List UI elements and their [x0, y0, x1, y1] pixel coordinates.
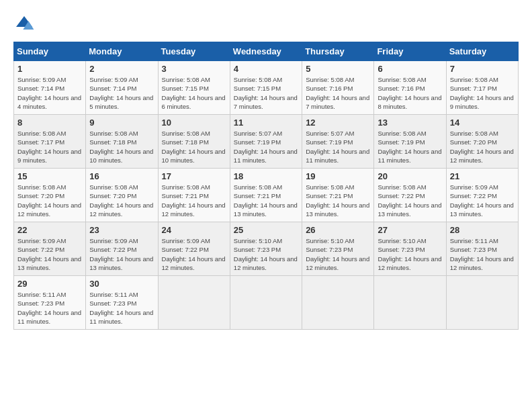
- calendar-cell: 15Sunrise: 5:08 AMSunset: 7:20 PMDayligh…: [14, 169, 86, 222]
- calendar-cell: 18Sunrise: 5:08 AMSunset: 7:21 PMDayligh…: [230, 169, 302, 222]
- day-info: Sunrise: 5:07 AMSunset: 7:19 PMDaylight:…: [234, 129, 298, 165]
- day-number: 14: [450, 118, 515, 128]
- day-info: Sunrise: 5:08 AMSunset: 7:18 PMDaylight:…: [162, 129, 226, 165]
- calendar-cell: 5Sunrise: 5:08 AMSunset: 7:16 PMDaylight…: [302, 61, 374, 115]
- day-number: 27: [378, 225, 442, 235]
- day-info: Sunrise: 5:08 AMSunset: 7:22 PMDaylight:…: [378, 183, 442, 218]
- day-info: Sunrise: 5:08 AMSunset: 7:19 PMDaylight:…: [378, 129, 442, 165]
- day-number: 8: [17, 118, 82, 128]
- calendar-cell: 29Sunrise: 5:11 AMSunset: 7:23 PMDayligh…: [14, 276, 86, 330]
- header-monday: Monday: [86, 42, 158, 61]
- day-info: Sunrise: 5:08 AMSunset: 7:16 PMDaylight:…: [378, 75, 442, 111]
- day-number: 28: [450, 225, 515, 235]
- day-info: Sunrise: 5:09 AMSunset: 7:22 PMDaylight:…: [89, 236, 154, 272]
- header-thursday: Thursday: [302, 42, 374, 61]
- day-number: 5: [306, 64, 370, 74]
- day-number: 9: [89, 118, 154, 128]
- day-number: 23: [89, 225, 154, 235]
- calendar-cell: [230, 276, 302, 330]
- day-info: Sunrise: 5:09 AMSunset: 7:14 PMDaylight:…: [89, 75, 154, 111]
- calendar-cell: 1Sunrise: 5:09 AMSunset: 7:14 PMDaylight…: [14, 61, 86, 115]
- calendar-week-3: 15Sunrise: 5:08 AMSunset: 7:20 PMDayligh…: [14, 169, 519, 222]
- calendar-cell: [158, 276, 230, 330]
- day-info: Sunrise: 5:11 AMSunset: 7:23 PMDaylight:…: [450, 236, 515, 272]
- day-info: Sunrise: 5:09 AMSunset: 7:22 PMDaylight:…: [17, 236, 82, 272]
- calendar-cell: 23Sunrise: 5:09 AMSunset: 7:22 PMDayligh…: [86, 222, 158, 276]
- header-sunday: Sunday: [14, 42, 86, 61]
- day-info: Sunrise: 5:08 AMSunset: 7:21 PMDaylight:…: [306, 183, 370, 218]
- day-number: 17: [162, 171, 226, 181]
- day-number: 15: [17, 171, 82, 181]
- day-info: Sunrise: 5:08 AMSunset: 7:17 PMDaylight:…: [450, 75, 515, 111]
- day-info: Sunrise: 5:09 AMSunset: 7:22 PMDaylight:…: [162, 236, 226, 272]
- day-info: Sunrise: 5:08 AMSunset: 7:15 PMDaylight:…: [162, 75, 226, 111]
- day-number: 4: [234, 64, 298, 74]
- day-info: Sunrise: 5:07 AMSunset: 7:19 PMDaylight:…: [306, 129, 370, 165]
- day-number: 11: [234, 118, 298, 128]
- calendar-cell: 17Sunrise: 5:08 AMSunset: 7:21 PMDayligh…: [158, 169, 230, 222]
- day-number: 6: [378, 64, 442, 74]
- calendar-cell: 14Sunrise: 5:08 AMSunset: 7:20 PMDayligh…: [446, 115, 518, 169]
- calendar-cell: 7Sunrise: 5:08 AMSunset: 7:17 PMDaylight…: [446, 61, 518, 115]
- day-info: Sunrise: 5:10 AMSunset: 7:23 PMDaylight:…: [306, 236, 370, 272]
- header-tuesday: Tuesday: [158, 42, 230, 61]
- day-info: Sunrise: 5:08 AMSunset: 7:18 PMDaylight:…: [89, 129, 154, 165]
- calendar-cell: 25Sunrise: 5:10 AMSunset: 7:23 PMDayligh…: [230, 222, 302, 276]
- day-info: Sunrise: 5:09 AMSunset: 7:22 PMDaylight:…: [450, 183, 515, 218]
- calendar-week-2: 8Sunrise: 5:08 AMSunset: 7:17 PMDaylight…: [14, 115, 519, 169]
- calendar-cell: 2Sunrise: 5:09 AMSunset: 7:14 PMDaylight…: [86, 61, 158, 115]
- calendar-cell: [302, 276, 374, 330]
- day-info: Sunrise: 5:10 AMSunset: 7:23 PMDaylight:…: [234, 236, 298, 272]
- calendar-cell: 16Sunrise: 5:08 AMSunset: 7:20 PMDayligh…: [86, 169, 158, 222]
- calendar-week-5: 29Sunrise: 5:11 AMSunset: 7:23 PMDayligh…: [14, 276, 519, 330]
- day-number: 22: [17, 225, 82, 235]
- calendar-cell: 4Sunrise: 5:08 AMSunset: 7:15 PMDaylight…: [230, 61, 302, 115]
- day-number: 19: [306, 171, 370, 181]
- day-number: 12: [306, 118, 370, 128]
- day-number: 16: [89, 171, 154, 181]
- day-info: Sunrise: 5:11 AMSunset: 7:23 PMDaylight:…: [89, 290, 154, 326]
- day-info: Sunrise: 5:08 AMSunset: 7:20 PMDaylight:…: [89, 183, 154, 218]
- calendar-cell: [374, 276, 446, 330]
- calendar-cell: 6Sunrise: 5:08 AMSunset: 7:16 PMDaylight…: [374, 61, 446, 115]
- day-number: 26: [306, 225, 370, 235]
- calendar-cell: 13Sunrise: 5:08 AMSunset: 7:19 PMDayligh…: [374, 115, 446, 169]
- calendar-cell: 19Sunrise: 5:08 AMSunset: 7:21 PMDayligh…: [302, 169, 374, 222]
- day-number: 30: [89, 279, 154, 289]
- day-info: Sunrise: 5:08 AMSunset: 7:20 PMDaylight:…: [17, 183, 82, 218]
- calendar-cell: 28Sunrise: 5:11 AMSunset: 7:23 PMDayligh…: [446, 222, 518, 276]
- calendar-cell: 11Sunrise: 5:07 AMSunset: 7:19 PMDayligh…: [230, 115, 302, 169]
- day-number: 10: [162, 118, 226, 128]
- day-number: 20: [378, 171, 442, 181]
- calendar-cell: 26Sunrise: 5:10 AMSunset: 7:23 PMDayligh…: [302, 222, 374, 276]
- day-info: Sunrise: 5:10 AMSunset: 7:23 PMDaylight:…: [378, 236, 442, 272]
- header-friday: Friday: [374, 42, 446, 61]
- day-number: 2: [89, 64, 154, 74]
- day-info: Sunrise: 5:08 AMSunset: 7:21 PMDaylight:…: [234, 183, 298, 218]
- day-number: 21: [450, 171, 515, 181]
- logo: [13, 13, 38, 35]
- calendar-cell: 9Sunrise: 5:08 AMSunset: 7:18 PMDaylight…: [86, 115, 158, 169]
- calendar-cell: [446, 276, 518, 330]
- day-number: 1: [17, 64, 82, 74]
- page-header: [13, 13, 519, 35]
- header-wednesday: Wednesday: [230, 42, 302, 61]
- day-info: Sunrise: 5:08 AMSunset: 7:21 PMDaylight:…: [162, 183, 226, 218]
- calendar-cell: 30Sunrise: 5:11 AMSunset: 7:23 PMDayligh…: [86, 276, 158, 330]
- calendar-cell: 24Sunrise: 5:09 AMSunset: 7:22 PMDayligh…: [158, 222, 230, 276]
- header-saturday: Saturday: [446, 42, 518, 61]
- day-info: Sunrise: 5:08 AMSunset: 7:20 PMDaylight:…: [450, 129, 515, 165]
- calendar-cell: 22Sunrise: 5:09 AMSunset: 7:22 PMDayligh…: [14, 222, 86, 276]
- calendar-cell: 20Sunrise: 5:08 AMSunset: 7:22 PMDayligh…: [374, 169, 446, 222]
- calendar-week-4: 22Sunrise: 5:09 AMSunset: 7:22 PMDayligh…: [14, 222, 519, 276]
- calendar-cell: 3Sunrise: 5:08 AMSunset: 7:15 PMDaylight…: [158, 61, 230, 115]
- day-info: Sunrise: 5:11 AMSunset: 7:23 PMDaylight:…: [17, 290, 82, 326]
- calendar-header-row: SundayMondayTuesdayWednesdayThursdayFrid…: [14, 42, 519, 61]
- calendar-table: SundayMondayTuesdayWednesdayThursdayFrid…: [13, 42, 519, 330]
- day-number: 24: [162, 225, 226, 235]
- calendar-cell: 8Sunrise: 5:08 AMSunset: 7:17 PMDaylight…: [14, 115, 86, 169]
- day-info: Sunrise: 5:08 AMSunset: 7:15 PMDaylight:…: [234, 75, 298, 111]
- calendar-cell: 27Sunrise: 5:10 AMSunset: 7:23 PMDayligh…: [374, 222, 446, 276]
- calendar-cell: 21Sunrise: 5:09 AMSunset: 7:22 PMDayligh…: [446, 169, 518, 222]
- calendar-cell: 10Sunrise: 5:08 AMSunset: 7:18 PMDayligh…: [158, 115, 230, 169]
